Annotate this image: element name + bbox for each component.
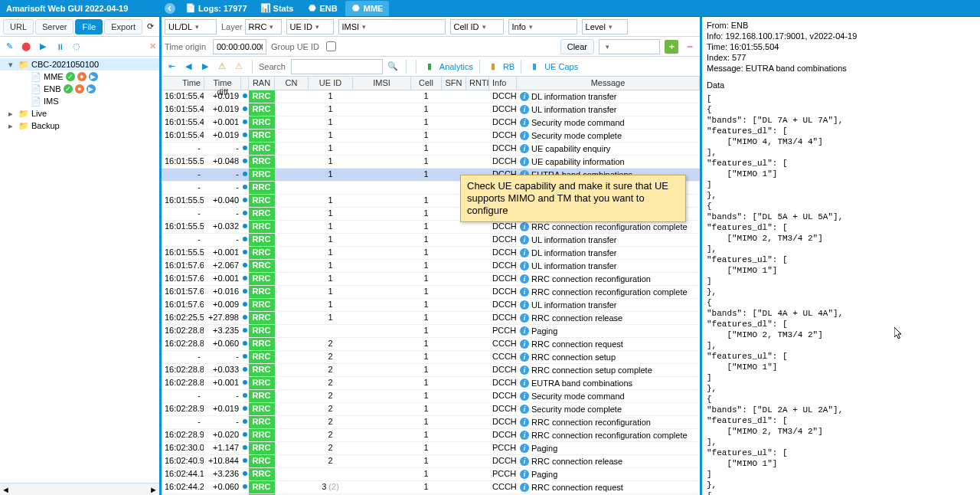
tree-node-cbc-2021050100[interactable]: ▾📁CBC-2021050100: [0, 58, 159, 70]
ueid-combo[interactable]: UE ID: [286, 19, 334, 34]
tree-node-enb[interactable]: 📄ENB✓●▶: [0, 83, 159, 95]
table-row[interactable]: 16:02:28.897+0.001RRC21DCCHiEUTRA band c…: [162, 377, 700, 390]
column-header[interactable]: UE ID: [309, 77, 353, 90]
table-row[interactable]: 16:02:28.863+0.060RRC21CCCHiRRC connecti…: [162, 338, 700, 351]
scroll-left-icon[interactable]: ◄: [2, 485, 10, 494]
uecaps-button[interactable]: UE Caps: [544, 62, 578, 71]
table-row[interactable]: --RRC21DCCHiSecurity mode command: [162, 390, 700, 403]
detail-data-label: Data: [707, 80, 975, 90]
table-row[interactable]: 16:02:40.927+10.844RRC21DCCHiRRC connect…: [162, 455, 700, 468]
tab-stats[interactable]: 📊Stats: [255, 1, 300, 16]
level-combo[interactable]: Level: [582, 19, 628, 34]
nav-next-icon[interactable]: ▶: [198, 60, 212, 74]
direction-icon: [243, 211, 247, 215]
column-header[interactable]: Time: [162, 77, 204, 90]
chart-icon[interactable]: ▮: [423, 60, 436, 74]
column-header[interactable]: RNTI: [466, 77, 489, 90]
tree-node-live[interactable]: ▸📁Live: [0, 107, 159, 120]
sidebar-scroll[interactable]: ◄ ►: [0, 483, 159, 495]
server-button[interactable]: Server: [35, 19, 74, 34]
play-icon[interactable]: ▶: [37, 41, 49, 53]
scroll-right-icon[interactable]: ►: [149, 485, 158, 494]
direction-icon: [243, 406, 247, 411]
column-header[interactable]: RAN: [249, 77, 275, 90]
stop-icon[interactable]: ⬤: [20, 41, 32, 53]
info-icon: i: [520, 105, 529, 114]
table-row[interactable]: 16:02:44.163+3.236RRC1PCCHiPaging: [162, 468, 700, 481]
clear-combo[interactable]: [599, 39, 660, 54]
export-button[interactable]: Export: [104, 19, 142, 34]
table-row[interactable]: 16:02:28.896+0.033RRC21DCCHiRRC connecti…: [162, 364, 700, 377]
tab-logs[interactable]: 📄Logs: 17977: [180, 1, 253, 16]
rb-icon[interactable]: ▮: [486, 60, 500, 74]
table-row[interactable]: 16:02:28.803+3.235RRC1PCCHiPaging: [162, 325, 700, 338]
table-row[interactable]: 16:01:55.436+0.019RRC11DCCHiUL informati…: [162, 103, 700, 116]
uldl-combo[interactable]: UL/DL: [165, 19, 217, 34]
tab-enb[interactable]: ⬣ENB: [302, 1, 344, 16]
url-button[interactable]: URL: [3, 19, 34, 34]
pause-icon[interactable]: ⏸: [54, 41, 66, 53]
column-header[interactable]: Time diff: [204, 77, 241, 90]
uecaps-icon[interactable]: ▮: [528, 60, 541, 74]
tab-icon: 📊: [261, 4, 270, 13]
column-header[interactable]: CN: [275, 77, 309, 90]
cellid-combo[interactable]: Cell ID: [450, 19, 504, 34]
direction-icon: [243, 237, 247, 241]
warning-icon[interactable]: ⚠: [215, 60, 229, 74]
table-row[interactable]: 16:02:25.568+27.898RRC11DCCHiRRC connect…: [162, 312, 700, 325]
column-header[interactable]: Info: [489, 77, 517, 90]
group-ueid-checkbox[interactable]: [326, 41, 336, 51]
table-row[interactable]: --RRC21DCCHiRRC connection reconfigurati…: [162, 416, 700, 429]
info-combo[interactable]: Info: [508, 19, 577, 34]
annotation-tooltip: Check UE capability and make it sure tha…: [460, 175, 686, 222]
imsi-combo[interactable]: IMSI: [338, 19, 446, 34]
warning2-icon[interactable]: ⚠: [232, 60, 246, 74]
filter-row-1: UL/DL Layer RRC UE ID IMSI Cell ID Info …: [162, 17, 700, 37]
table-row[interactable]: --RRC21CCCHiRRC connection setup: [162, 351, 700, 364]
info-icon: i: [520, 235, 529, 244]
layer-combo[interactable]: RRC: [245, 19, 282, 34]
table-row[interactable]: 16:01:57.670+0.009RRC11DCCHiUL informati…: [162, 299, 700, 312]
time-origin-input[interactable]: [213, 39, 266, 54]
table-row[interactable]: 16:02:28.916+0.019RRC21DCCHiSecurity mod…: [162, 403, 700, 416]
close-icon[interactable]: ✕: [149, 41, 156, 51]
tree-node-ims[interactable]: 📄IMS: [0, 95, 159, 107]
tree-node-mme[interactable]: 📄MME✓●▶: [0, 70, 159, 83]
column-header[interactable]: Message: [517, 77, 700, 90]
column-header[interactable]: IMSI: [353, 77, 411, 90]
tree-node-backup[interactable]: ▸📁Backup: [0, 120, 159, 132]
refresh-icon[interactable]: ⟳: [144, 21, 156, 33]
table-row[interactable]: 16:01:57.645+0.001RRC11DCCHiRRC connecti…: [162, 273, 700, 286]
table-row[interactable]: 16:01:55.417+0.019RRC11DCCHiDL informati…: [162, 90, 700, 103]
circle-icon[interactable]: ◌: [70, 41, 83, 53]
nav-prev-icon[interactable]: ◀: [181, 60, 195, 74]
table-row[interactable]: 16:01:57.644+2.067RRC11DCCHiUL informati…: [162, 260, 700, 273]
add-filter-icon[interactable]: ＋: [665, 40, 678, 54]
search-icon[interactable]: 🔍: [386, 60, 400, 74]
table-row[interactable]: 16:01:55.456+0.019RRC11DCCHiSecurity mod…: [162, 129, 700, 143]
table-row[interactable]: --RRC11DCCHiUL information transfer: [162, 234, 700, 247]
column-header[interactable]: [241, 77, 249, 90]
table-row[interactable]: 16:01:55.437+0.001RRC11DCCHiSecurity mod…: [162, 116, 700, 129]
clear-button[interactable]: Clear: [560, 39, 594, 54]
rb-button[interactable]: RB: [503, 62, 514, 71]
table-row[interactable]: 16:02:30.083+1.147RRC21PCCHiPaging: [162, 442, 700, 455]
table-row[interactable]: --RRC11DCCHiUE capability enquiry: [162, 143, 700, 156]
file-button[interactable]: File: [75, 19, 103, 34]
search-input[interactable]: [291, 59, 383, 74]
collapse-sidebar-icon[interactable]: [165, 3, 175, 14]
column-header[interactable]: SFN: [442, 77, 466, 90]
table-row[interactable]: 16:02:28.936+0.020RRC21DCCHiRRC connecti…: [162, 429, 700, 442]
nav-first-icon[interactable]: ⇤: [165, 60, 178, 74]
tab-mme[interactable]: ⬣MME: [345, 1, 390, 16]
table-row[interactable]: 16:01:55.576+0.032RRC11DCCHiRRC connecti…: [162, 221, 700, 234]
table-row[interactable]: 16:01:55.577+0.001RRC11DCCHiDL informati…: [162, 247, 700, 260]
column-header[interactable]: Cell: [411, 77, 442, 90]
table-row[interactable]: 16:01:55.504+0.048RRC11DCCHiUE capabilit…: [162, 156, 700, 169]
remove-filter-icon[interactable]: －: [683, 40, 697, 54]
detail-index: Index: 577: [707, 52, 975, 63]
analytics-button[interactable]: Analytics: [439, 62, 473, 71]
table-row[interactable]: 16:01:57.661+0.016RRC11DCCHiRRC connecti…: [162, 286, 700, 299]
wand-icon[interactable]: ✎: [3, 41, 15, 53]
table-row[interactable]: 16:02:44.223+0.060RRC3 (2)1CCCHiRRC conn…: [162, 481, 700, 494]
